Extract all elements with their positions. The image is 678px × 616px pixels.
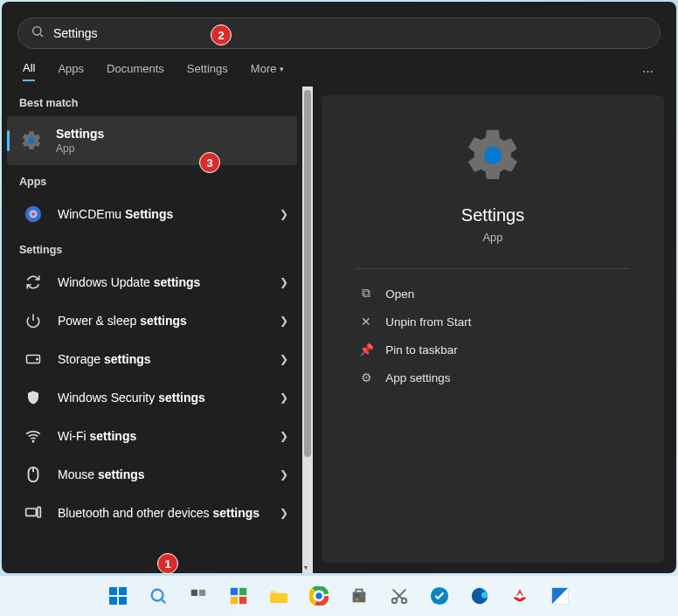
section-apps: Apps xyxy=(2,165,302,195)
callout-2: 2 xyxy=(211,24,232,45)
snipping-tool[interactable] xyxy=(385,582,413,610)
chevron-right-icon: ❯ xyxy=(280,430,288,442)
setting-windows-update[interactable]: Windows Update settings ❯ xyxy=(2,263,302,301)
svg-rect-18 xyxy=(119,597,127,605)
chrome-button[interactable] xyxy=(305,582,333,610)
store-button[interactable] xyxy=(345,582,373,610)
start-button[interactable] xyxy=(104,582,132,610)
setting-power-sleep[interactable]: Power & sleep settings ❯ xyxy=(2,301,302,340)
file-explorer[interactable] xyxy=(265,582,293,610)
devices-icon xyxy=(21,501,45,525)
open-icon: ⧉ xyxy=(359,287,373,301)
results-list: Best match Settings App Apps WinCDEmu Se… xyxy=(2,87,302,573)
tab-settings[interactable]: Settings xyxy=(187,62,228,80)
svg-rect-26 xyxy=(239,597,246,604)
result-text: Settings App xyxy=(56,127,285,155)
storage-icon xyxy=(21,347,45,371)
content-row: Best match Settings App Apps WinCDEmu Se… xyxy=(2,87,676,573)
setting-storage[interactable]: Storage settings ❯ xyxy=(2,340,302,378)
action-list: ⧉Open ✕Unpin from Start 📌Pin to taskbar … xyxy=(356,280,630,391)
svg-point-19 xyxy=(152,590,163,601)
svg-rect-23 xyxy=(231,588,238,595)
svg-rect-35 xyxy=(360,599,363,601)
svg-rect-21 xyxy=(191,590,197,596)
svg-rect-33 xyxy=(360,594,363,597)
mouse-icon xyxy=(21,462,45,487)
svg-line-20 xyxy=(162,599,165,603)
best-match-result[interactable]: Settings App xyxy=(7,116,297,165)
action-unpin-start[interactable]: ✕Unpin from Start xyxy=(356,308,630,336)
gear-icon xyxy=(462,125,523,186)
svg-rect-13 xyxy=(38,507,40,517)
sync-icon xyxy=(21,270,45,294)
wifi-icon xyxy=(21,424,45,448)
preview-card: Settings App ⧉Open ✕Unpin from Start 📌Pi… xyxy=(322,95,664,563)
section-best-match: Best match xyxy=(2,87,302,116)
section-settings: Settings xyxy=(2,233,302,263)
tab-apps[interactable]: Apps xyxy=(58,62,84,80)
svg-point-8 xyxy=(37,358,38,360)
taskbar-search[interactable] xyxy=(144,582,172,610)
callout-3: 3 xyxy=(199,152,220,173)
callout-1: 1 xyxy=(157,553,178,574)
chevron-down-icon: ▾ xyxy=(280,65,284,73)
svg-rect-24 xyxy=(239,588,246,595)
tab-documents[interactable]: Documents xyxy=(107,62,164,80)
widgets-button[interactable] xyxy=(225,582,253,610)
search-icon xyxy=(31,24,45,42)
power-icon xyxy=(21,308,45,333)
options-button[interactable]: ⋯ xyxy=(642,65,655,78)
preview-pane: Settings App ⧉Open ✕Unpin from Start 📌Pi… xyxy=(313,87,676,573)
result-title: Settings xyxy=(56,127,285,141)
action-app-settings[interactable]: ⚙App settings xyxy=(356,363,630,391)
preview-subtitle: App xyxy=(482,231,502,244)
chevron-right-icon: ❯ xyxy=(280,276,288,288)
svg-line-1 xyxy=(40,34,43,37)
svg-rect-16 xyxy=(119,587,127,595)
selection-indicator xyxy=(7,130,10,151)
tab-all[interactable]: All xyxy=(23,61,35,81)
chevron-down-icon: ▾ xyxy=(304,564,308,571)
action-pin-taskbar[interactable]: 📌Pin to taskbar xyxy=(356,336,630,363)
taskbar xyxy=(0,576,678,616)
chevron-right-icon: ❯ xyxy=(280,353,288,365)
svg-point-5 xyxy=(31,212,35,216)
setting-wifi[interactable]: Wi-Fi settings ❯ xyxy=(2,417,302,455)
chevron-right-icon: ❯ xyxy=(280,507,288,519)
todoist-button[interactable] xyxy=(425,582,453,610)
shield-icon xyxy=(21,385,45,410)
action-open[interactable]: ⧉Open xyxy=(356,280,630,308)
svg-point-0 xyxy=(33,27,41,35)
svg-rect-15 xyxy=(109,587,117,595)
search-input[interactable] xyxy=(53,26,647,40)
svg-point-31 xyxy=(315,592,322,599)
setting-windows-security[interactable]: Windows Security settings ❯ xyxy=(2,378,302,417)
results-scrollbar[interactable]: ▾ xyxy=(302,87,313,573)
chevron-right-icon: ❯ xyxy=(280,208,288,220)
setting-bluetooth-devices[interactable]: Bluetooth and other devices settings ❯ xyxy=(2,494,302,532)
unpin-icon: ✕ xyxy=(359,315,373,329)
search-bar-wrap xyxy=(2,2,676,58)
result-subtitle: App xyxy=(56,142,285,155)
svg-rect-25 xyxy=(231,597,238,604)
task-view[interactable] xyxy=(184,582,212,610)
setting-mouse[interactable]: Mouse settings ❯ xyxy=(2,455,302,494)
svg-point-14 xyxy=(484,147,502,164)
edge-button[interactable] xyxy=(466,582,494,610)
svg-rect-17 xyxy=(109,597,117,605)
huawei-button[interactable] xyxy=(506,582,534,610)
app-button[interactable] xyxy=(546,582,574,610)
tab-more[interactable]: More▾ xyxy=(251,62,285,80)
svg-point-9 xyxy=(32,440,34,442)
gear-icon xyxy=(19,128,44,153)
filter-tabs: All Apps Documents Settings More▾ ⋯ xyxy=(2,58,676,87)
svg-rect-22 xyxy=(199,590,205,596)
app-wincdemu-settings[interactable]: WinCDEmu Settings ❯ xyxy=(2,195,302,233)
gear-icon: ⚙ xyxy=(359,370,373,384)
chevron-right-icon: ❯ xyxy=(280,391,288,404)
scrollbar-thumb[interactable] xyxy=(304,90,311,457)
start-search-panel: All Apps Documents Settings More▾ ⋯ Best… xyxy=(2,2,676,573)
svg-rect-32 xyxy=(356,594,358,597)
search-bar[interactable] xyxy=(17,17,661,49)
divider xyxy=(356,268,630,269)
